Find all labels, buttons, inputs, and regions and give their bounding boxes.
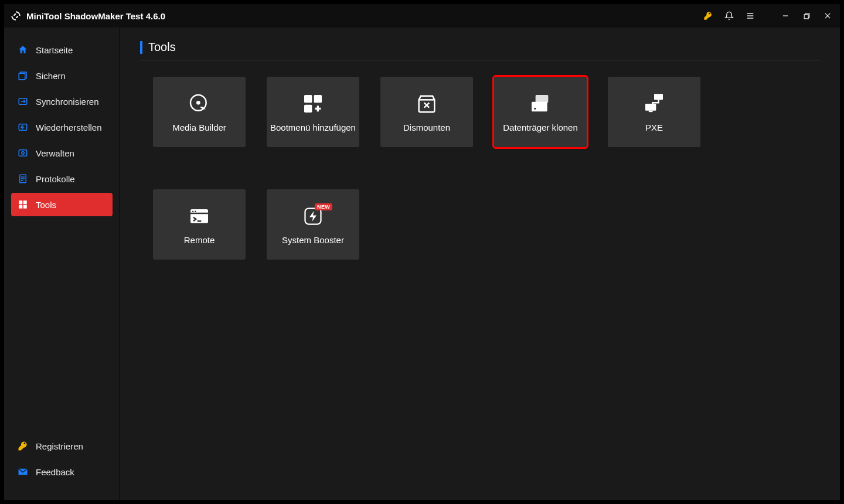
mail-icon (17, 466, 29, 478)
sidebar-item-backup[interactable]: Sichern (11, 64, 113, 87)
svg-point-35 (534, 107, 536, 109)
tool-dismount[interactable]: Dismounten (380, 77, 473, 147)
sidebar-item-logs[interactable]: Protokolle (11, 167, 113, 190)
menu-icon[interactable] (744, 9, 757, 22)
sidebar-item-label: Sichern (36, 71, 66, 81)
tools-grid: Media Builder Bootmenü hinzufügen Dismou… (140, 77, 820, 260)
minimize-button[interactable] (779, 9, 792, 22)
svg-rect-36 (654, 94, 663, 100)
sidebar-item-label: Verwalten (36, 148, 74, 158)
app-logo-icon (10, 10, 22, 22)
page-title: Tools (148, 40, 176, 54)
svg-point-43 (192, 210, 194, 212)
close-button[interactable] (821, 9, 834, 22)
svg-rect-19 (23, 200, 27, 204)
sidebar-item-label: Synchronisieren (36, 97, 99, 107)
sidebar-item-startpage[interactable]: Startseite (11, 38, 113, 62)
key-icon[interactable] (702, 9, 714, 22)
tile-label: System Booster (282, 235, 344, 245)
sidebar-item-label: Wiederherstellen (36, 122, 102, 132)
app-title: MiniTool ShadowMaker Test 4.6.0 (26, 11, 165, 21)
sidebar: Startseite Sichern Synchronisieren (4, 28, 120, 500)
sync-icon (17, 96, 29, 107)
svg-rect-20 (19, 205, 22, 209)
svg-rect-18 (19, 200, 22, 204)
tile-label: PXE (645, 122, 663, 132)
tool-bootmenu-add[interactable]: Bootmenü hinzufügen (267, 77, 359, 147)
app-window: MiniTool ShadowMaker Test 4.6.0 (4, 4, 840, 500)
tools-grid-icon (17, 199, 29, 210)
logs-icon (17, 173, 29, 185)
terminal-icon (188, 205, 211, 228)
svg-rect-9 (19, 73, 25, 80)
backup-icon (17, 70, 29, 81)
svg-rect-37 (645, 104, 656, 111)
network-icon (642, 92, 666, 115)
sidebar-item-label: Protokolle (36, 174, 75, 184)
box-x-icon (415, 92, 438, 115)
svg-point-44 (195, 210, 196, 212)
tile-label: Remote (184, 235, 215, 245)
tool-pxe[interactable]: PXE (608, 77, 700, 147)
sidebar-item-label: Startseite (36, 45, 73, 55)
home-icon (17, 44, 29, 56)
svg-rect-38 (649, 110, 653, 112)
tile-label: Dismounten (403, 122, 450, 132)
key-icon (17, 440, 29, 452)
tool-remote[interactable]: Remote (153, 189, 246, 260)
tile-label: Datenträger klonen (503, 122, 578, 132)
title-accent (140, 41, 142, 54)
page-header: Tools (140, 40, 820, 60)
svg-rect-12 (19, 150, 27, 156)
tile-label: Bootmenü hinzufügen (270, 122, 356, 132)
sidebar-register-label: Registrieren (36, 441, 83, 451)
sidebar-item-label: Tools (36, 200, 56, 210)
svg-rect-24 (304, 95, 312, 103)
svg-point-23 (196, 101, 200, 105)
svg-rect-33 (536, 95, 549, 103)
svg-rect-26 (304, 104, 312, 112)
disk-clone-icon (529, 92, 552, 115)
sidebar-item-sync[interactable]: Synchronisieren (11, 90, 113, 113)
titlebar: MiniTool ShadowMaker Test 4.6.0 (4, 4, 840, 28)
notification-icon[interactable] (723, 9, 736, 22)
maximize-button[interactable] (800, 9, 813, 22)
svg-rect-25 (314, 95, 322, 103)
tool-media-builder[interactable]: Media Builder (153, 77, 246, 147)
tool-system-booster[interactable]: NEW System Booster (267, 189, 359, 260)
tool-disk-clone[interactable]: Datenträger klonen (494, 77, 587, 147)
sidebar-register[interactable]: Registrieren (11, 434, 113, 458)
svg-rect-21 (23, 205, 27, 209)
sidebar-feedback-label: Feedback (36, 467, 74, 477)
svg-rect-5 (804, 14, 808, 18)
svg-rect-34 (532, 101, 547, 111)
sidebar-item-tools[interactable]: Tools (11, 193, 113, 216)
sidebar-item-restore[interactable]: Wiederherstellen (11, 115, 113, 139)
new-badge: NEW (315, 203, 332, 210)
grid-plus-icon (301, 92, 325, 115)
disc-icon (188, 92, 211, 115)
sidebar-item-manage[interactable]: Verwalten (11, 141, 113, 165)
main-content: Tools Media Builder Bootmenü hinzufügen (120, 28, 840, 500)
svg-point-13 (22, 152, 25, 155)
restore-icon (17, 121, 29, 133)
sidebar-feedback[interactable]: Feedback (11, 460, 113, 483)
tile-label: Media Builder (172, 122, 226, 132)
titlebar-actions (702, 9, 834, 22)
manage-icon (17, 147, 29, 159)
